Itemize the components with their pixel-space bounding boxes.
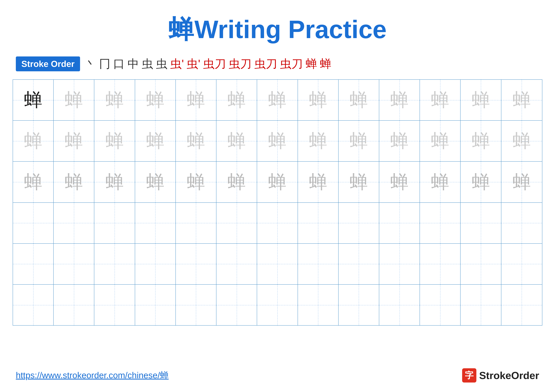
cell-1-8[interactable]: 蝉 — [298, 80, 339, 120]
cell-6-7[interactable] — [257, 285, 298, 325]
cell-2-4[interactable]: 蝉 — [135, 121, 176, 161]
grid-row-2: 蝉 蝉 蝉 蝉 蝉 蝉 蝉 蝉 蝉 蝉 蝉 蝉 蝉 — [13, 121, 542, 162]
cell-6-2[interactable] — [54, 285, 94, 325]
cell-1-6[interactable]: 蝉 — [216, 80, 257, 120]
grid-row-4 — [13, 203, 542, 244]
cell-1-1[interactable]: 蝉 — [13, 80, 54, 120]
cell-4-12[interactable] — [460, 203, 501, 243]
stroke-steps: 丶 冂 口 中 虫 虫 虫' 虫' 虫刀 虫刀 虫刀 虫刀 蝉 蝉 — [85, 56, 331, 71]
cell-6-12[interactable] — [460, 285, 501, 325]
stroke-step-14: 蝉 — [320, 56, 331, 71]
cell-5-7[interactable] — [257, 244, 298, 284]
stroke-step-3: 口 — [113, 56, 125, 71]
cell-1-4[interactable]: 蝉 — [135, 80, 176, 120]
cell-1-10[interactable]: 蝉 — [379, 80, 420, 120]
logo-icon: 字 — [462, 368, 476, 383]
cell-4-3[interactable] — [94, 203, 135, 243]
cell-2-10[interactable]: 蝉 — [379, 121, 420, 161]
cell-3-13[interactable]: 蝉 — [501, 162, 542, 202]
cell-5-12[interactable] — [460, 244, 501, 284]
cell-3-4[interactable]: 蝉 — [135, 162, 176, 202]
cell-6-9[interactable] — [339, 285, 379, 325]
stroke-step-6: 虫 — [156, 56, 167, 71]
cell-5-6[interactable] — [216, 244, 257, 284]
cell-3-2[interactable]: 蝉 — [54, 162, 94, 202]
grid-row-3: 蝉 蝉 蝉 蝉 蝉 蝉 蝉 蝉 蝉 蝉 蝉 蝉 蝉 — [13, 162, 542, 203]
cell-2-13[interactable]: 蝉 — [501, 121, 542, 161]
cell-4-9[interactable] — [339, 203, 379, 243]
cell-3-8[interactable]: 蝉 — [298, 162, 339, 202]
practice-grid[interactable]: 蝉 蝉 蝉 蝉 蝉 蝉 蝉 蝉 蝉 蝉 蝉 蝉 蝉 蝉 蝉 蝉 蝉 蝉 蝉 蝉 … — [13, 79, 542, 326]
cell-1-11[interactable]: 蝉 — [420, 80, 460, 120]
cell-5-11[interactable] — [420, 244, 460, 284]
cell-6-5[interactable] — [176, 285, 216, 325]
char-light: 蝉 — [65, 91, 83, 109]
cell-6-6[interactable] — [216, 285, 257, 325]
stroke-step-5: 虫 — [142, 56, 153, 71]
cell-2-5[interactable]: 蝉 — [176, 121, 216, 161]
cell-3-11[interactable]: 蝉 — [420, 162, 460, 202]
logo-text: StrokeOrder — [479, 370, 539, 381]
cell-4-4[interactable] — [135, 203, 176, 243]
cell-2-3[interactable]: 蝉 — [94, 121, 135, 161]
cell-3-1[interactable]: 蝉 — [13, 162, 54, 202]
cell-2-2[interactable]: 蝉 — [54, 121, 94, 161]
cell-4-7[interactable] — [257, 203, 298, 243]
cell-4-6[interactable] — [216, 203, 257, 243]
stroke-step-7: 虫' — [170, 56, 184, 71]
cell-1-9[interactable]: 蝉 — [339, 80, 379, 120]
cell-4-2[interactable] — [54, 203, 94, 243]
cell-6-11[interactable] — [420, 285, 460, 325]
cell-1-3[interactable]: 蝉 — [94, 80, 135, 120]
cell-3-9[interactable]: 蝉 — [339, 162, 379, 202]
cell-6-10[interactable] — [379, 285, 420, 325]
cell-6-13[interactable] — [501, 285, 542, 325]
cell-2-7[interactable]: 蝉 — [257, 121, 298, 161]
cell-3-6[interactable]: 蝉 — [216, 162, 257, 202]
cell-6-4[interactable] — [135, 285, 176, 325]
cell-5-4[interactable] — [135, 244, 176, 284]
cell-2-12[interactable]: 蝉 — [460, 121, 501, 161]
cell-3-12[interactable]: 蝉 — [460, 162, 501, 202]
cell-1-7[interactable]: 蝉 — [257, 80, 298, 120]
cell-5-10[interactable] — [379, 244, 420, 284]
cell-5-13[interactable] — [501, 244, 542, 284]
stroke-step-13: 蝉 — [306, 56, 317, 71]
cell-5-3[interactable] — [94, 244, 135, 284]
cell-3-5[interactable]: 蝉 — [176, 162, 216, 202]
cell-1-2[interactable]: 蝉 — [54, 80, 94, 120]
stroke-step-1: 丶 — [85, 56, 96, 71]
page-title: 蝉 Writing Practice — [0, 0, 555, 56]
cell-1-5[interactable]: 蝉 — [176, 80, 216, 120]
grid-row-6 — [13, 285, 542, 325]
char-dark: 蝉 — [24, 91, 42, 109]
cell-4-13[interactable] — [501, 203, 542, 243]
cell-2-1[interactable]: 蝉 — [13, 121, 54, 161]
cell-4-8[interactable] — [298, 203, 339, 243]
cell-5-1[interactable] — [13, 244, 54, 284]
cell-4-5[interactable] — [176, 203, 216, 243]
cell-4-1[interactable] — [13, 203, 54, 243]
stroke-step-8: 虫' — [187, 56, 200, 71]
cell-6-3[interactable] — [94, 285, 135, 325]
cell-5-9[interactable] — [339, 244, 379, 284]
cell-5-2[interactable] — [54, 244, 94, 284]
cell-1-13[interactable]: 蝉 — [501, 80, 542, 120]
cell-4-11[interactable] — [420, 203, 460, 243]
cell-2-9[interactable]: 蝉 — [339, 121, 379, 161]
cell-6-1[interactable] — [13, 285, 54, 325]
cell-4-10[interactable] — [379, 203, 420, 243]
cell-2-6[interactable]: 蝉 — [216, 121, 257, 161]
cell-3-10[interactable]: 蝉 — [379, 162, 420, 202]
cell-1-12[interactable]: 蝉 — [460, 80, 501, 120]
stroke-step-12: 虫刀 — [280, 56, 303, 71]
cell-6-8[interactable] — [298, 285, 339, 325]
cell-3-7[interactable]: 蝉 — [257, 162, 298, 202]
cell-5-5[interactable] — [176, 244, 216, 284]
cell-2-11[interactable]: 蝉 — [420, 121, 460, 161]
cell-2-8[interactable]: 蝉 — [298, 121, 339, 161]
footer-url[interactable]: https://www.strokeorder.com/chinese/蝉 — [16, 370, 169, 381]
cell-3-3[interactable]: 蝉 — [94, 162, 135, 202]
cell-5-8[interactable] — [298, 244, 339, 284]
stroke-step-10: 虫刀 — [229, 56, 252, 71]
